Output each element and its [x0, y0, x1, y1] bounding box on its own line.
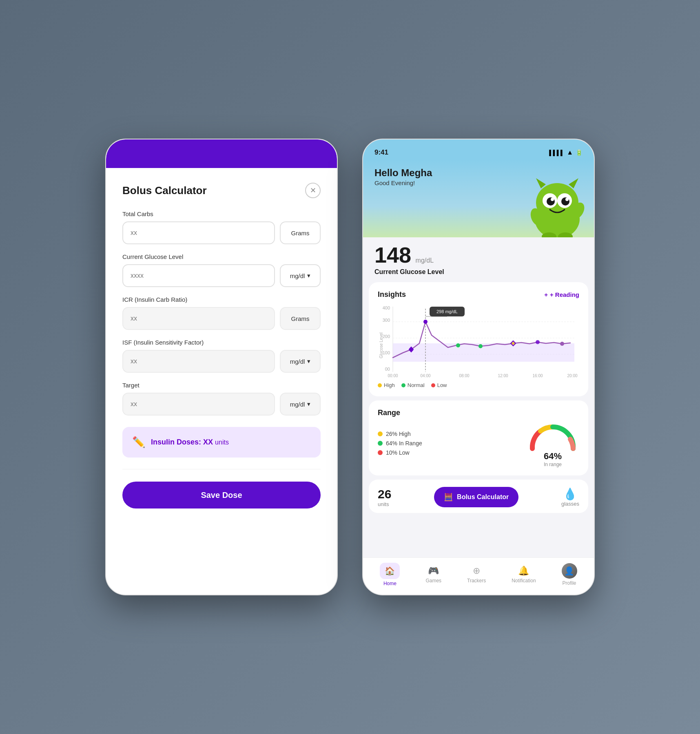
- result-box: ✏️ Insulin Doses: XX units: [122, 427, 321, 458]
- status-icons: ▌▌▌▌ ▲ 🔋: [549, 149, 583, 156]
- svg-point-34: [409, 347, 413, 352]
- icr-input[interactable]: [122, 307, 275, 330]
- target-unit-dropdown[interactable]: mg/dl ▾: [280, 393, 321, 416]
- nav-profile[interactable]: 👤 Profile: [562, 563, 577, 586]
- target-field: Target mg/dl ▾: [122, 382, 321, 416]
- nav-trackers[interactable]: ⊕ Trackers: [467, 566, 486, 584]
- insulin-stat: 26 units: [378, 487, 391, 507]
- avatar-image: 👤: [564, 566, 574, 576]
- glucose-row: mg/dl ▾: [122, 264, 321, 287]
- result-text: Insulin Doses: XX units: [151, 438, 229, 447]
- svg-point-8: [551, 198, 554, 201]
- nav-bar: 🏠 Home 🎮 Games ⊕ Trackers 🔔 Notification…: [363, 557, 594, 595]
- total-carbs-unit: Grams: [280, 221, 321, 244]
- close-button[interactable]: ✕: [305, 183, 321, 198]
- isf-input[interactable]: [122, 350, 275, 373]
- gauge-sublabel: In range: [526, 462, 579, 467]
- insights-header: Insights + + Reading: [378, 290, 579, 299]
- add-reading-button[interactable]: + + Reading: [544, 291, 579, 298]
- svg-text:20:00: 20:00: [567, 374, 577, 378]
- range-title: Range: [378, 409, 579, 417]
- svg-text:100: 100: [383, 350, 390, 355]
- svg-marker-2: [536, 178, 546, 188]
- total-carbs-input[interactable]: [122, 221, 275, 244]
- glucose-chart: 400 300 200 100 00 00:00 04:00 08:00 12:…: [378, 305, 579, 378]
- avatar: 👤: [562, 563, 577, 579]
- icr-label: ICR (Insulin Carb Ratio): [122, 296, 321, 303]
- bolus-calculator-button[interactable]: 🧮 Bolus Calculator: [434, 487, 518, 507]
- svg-text:12:00: 12:00: [498, 374, 508, 378]
- chart-legend: High Normal Low: [378, 382, 579, 388]
- monster-character: [529, 176, 586, 237]
- svg-text:200: 200: [383, 334, 390, 339]
- svg-text:400: 400: [383, 305, 390, 310]
- glucose-label: Current Glucose Level: [374, 268, 583, 276]
- total-carbs-label: Total Carbs: [122, 210, 321, 217]
- legend-normal: Normal: [401, 382, 425, 388]
- trackers-icon: ⊕: [473, 566, 480, 576]
- svg-text:298 mg/dL: 298 mg/dL: [436, 309, 458, 314]
- bottom-stats: 26 units 🧮 Bolus Calculator 💧 glasses: [369, 480, 588, 513]
- home-screen-phone: 9:41 ▌▌▌▌ ▲ 🔋 Hello Megha Good Evening!: [362, 139, 595, 595]
- notification-icon: 🔔: [518, 566, 529, 576]
- range-card: Range 26% High 64% In Range 10% Low: [369, 400, 588, 475]
- nav-home-label: Home: [383, 581, 397, 586]
- nav-profile-label: Profile: [563, 580, 576, 586]
- nav-trackers-label: Trackers: [467, 578, 486, 584]
- isf-row: mg/dl ▾: [122, 350, 321, 373]
- svg-text:08:00: 08:00: [459, 374, 469, 378]
- range-high: 26% High: [378, 431, 518, 437]
- svg-point-37: [478, 344, 483, 348]
- glucose-label: Current Glucose Level: [122, 253, 321, 260]
- bolus-title: Bolus Calculator: [122, 184, 207, 197]
- bolus-calculator-phone: Bolus Calculator ✕ Total Carbs Grams Cur…: [105, 139, 338, 595]
- svg-point-40: [560, 342, 564, 346]
- insights-title: Insights: [378, 290, 406, 299]
- nav-games[interactable]: 🎮 Games: [425, 566, 441, 584]
- bolus-header: Bolus Calculator ✕: [122, 183, 321, 198]
- svg-text:00: 00: [385, 367, 390, 371]
- svg-text:00:00: 00:00: [388, 374, 398, 378]
- plus-icon: +: [544, 291, 548, 298]
- target-row: mg/dl ▾: [122, 393, 321, 416]
- svg-point-35: [423, 320, 428, 324]
- hero-section: Hello Megha Good Evening!: [363, 160, 594, 237]
- target-input[interactable]: [122, 393, 275, 416]
- svg-text:Glucose Level: Glucose Level: [379, 332, 383, 358]
- range-high-dot: [378, 431, 383, 436]
- range-normal-dot: [378, 441, 383, 446]
- gauge: 64% In range: [526, 422, 579, 467]
- glucose-value: 148: [374, 243, 411, 267]
- isf-unit-dropdown[interactable]: mg/dl ▾: [280, 350, 321, 373]
- games-icon: 🎮: [428, 566, 439, 576]
- normal-dot: [401, 383, 405, 387]
- glucose-input[interactable]: [122, 264, 275, 287]
- home-icon-bg: 🏠: [380, 563, 400, 579]
- total-carbs-row: Grams: [122, 221, 321, 244]
- status-time: 9:41: [374, 148, 388, 157]
- low-dot: [431, 383, 435, 387]
- svg-marker-3: [569, 178, 578, 188]
- chevron-down-icon: ▾: [307, 400, 310, 408]
- chevron-down-icon: ▾: [307, 272, 310, 279]
- icr-row: Grams: [122, 307, 321, 330]
- nav-notification-label: Notification: [512, 578, 536, 584]
- nav-home[interactable]: 🏠 Home: [380, 563, 400, 586]
- save-dose-button[interactable]: Save Dose: [122, 482, 321, 508]
- battery-icon: 🔋: [576, 149, 583, 156]
- status-bar: 9:41 ▌▌▌▌ ▲ 🔋: [363, 139, 594, 160]
- signal-icon: ▌▌▌▌: [549, 150, 564, 156]
- svg-text:16:00: 16:00: [532, 374, 543, 378]
- top-bar: [106, 139, 337, 168]
- nav-games-label: Games: [425, 578, 441, 584]
- calculator-icon: 🧮: [444, 493, 453, 502]
- svg-point-39: [536, 340, 540, 344]
- nav-notification[interactable]: 🔔 Notification: [512, 566, 536, 584]
- icr-field: ICR (Insulin Carb Ratio) Grams: [122, 296, 321, 330]
- glucose-card: 148 mg/dL Current Glucose Level: [363, 237, 594, 278]
- total-carbs-field: Total Carbs Grams: [122, 210, 321, 244]
- insulin-value: 26: [378, 487, 391, 501]
- pencil-icon: ✏️: [132, 436, 145, 449]
- target-label: Target: [122, 382, 321, 389]
- glucose-unit-dropdown[interactable]: mg/dl ▾: [280, 264, 321, 287]
